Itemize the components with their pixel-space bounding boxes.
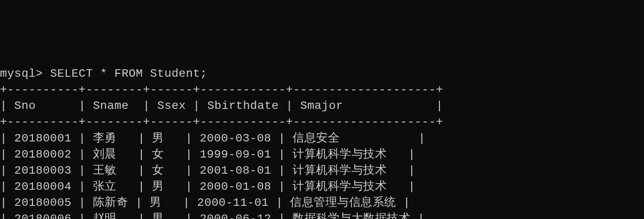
table-border-top: +----------+--------+------+------------… <box>0 82 644 98</box>
query-line: mysql> SELECT * FROM Student; <box>0 66 644 82</box>
mysql-terminal[interactable]: mysql> SELECT * FROM Student;+----------… <box>0 66 644 219</box>
table-header: | Sno | Sname | Ssex | Sbirthdate | Smaj… <box>0 98 644 114</box>
mysql-prompt: mysql> <box>0 67 50 80</box>
sql-query: SELECT * FROM Student; <box>50 67 207 80</box>
table-border-mid: +----------+--------+------+------------… <box>0 114 644 130</box>
table-body: | 20180001 | 李勇 | 男 | 2000-03-08 | 信息安全 … <box>0 132 425 219</box>
